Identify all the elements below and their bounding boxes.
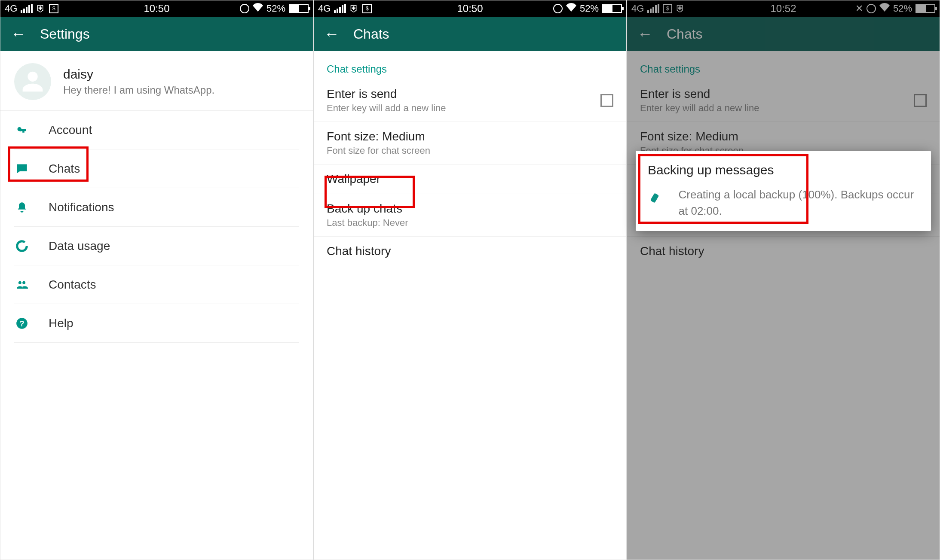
modal-body: Creating a local backup (100%). Backups … [679, 187, 919, 219]
network-label: 4G [318, 3, 331, 14]
chat-icon [14, 163, 30, 175]
menu-label: Data usage [49, 239, 110, 253]
menu-label: Help [49, 317, 73, 330]
bell-icon [14, 201, 30, 213]
three-phone-layout: 4G ⛨ $ 10:50 52% ← Settings daisy [0, 0, 940, 560]
modal-overlay [627, 0, 940, 560]
row-title: Font size: Medium [327, 130, 430, 143]
key-icon [14, 124, 30, 136]
signal-icon [21, 4, 33, 13]
row-font-size[interactable]: Font size: Medium Font size for chat scr… [314, 122, 626, 164]
menu-label: Chats [49, 162, 80, 176]
menu-item-help[interactable]: ? Help [14, 304, 299, 343]
menu-item-account[interactable]: Account [14, 111, 299, 149]
row-desc: Enter key will add a new line [327, 103, 446, 114]
alarm-icon [553, 4, 563, 13]
section-header: Chat settings [314, 51, 626, 79]
status-bar: 4G ⛨ $ 10:50 52% [314, 0, 626, 17]
wifi-icon [253, 3, 263, 14]
back-icon[interactable]: ← [324, 25, 340, 43]
back-icon[interactable]: ← [11, 25, 26, 43]
contacts-icon [14, 279, 30, 291]
network-label: 4G [5, 3, 17, 14]
menu-label: Account [49, 123, 92, 137]
help-icon: ? [14, 317, 30, 329]
card-icon: ⛨ [36, 3, 46, 14]
phone-chats: 4G ⛨ $ 10:50 52% ← Chats Chat settings E… [313, 0, 627, 560]
card-icon: ⛨ [349, 3, 359, 14]
row-desc: Last backup: Never [327, 217, 408, 228]
status-time: 10:50 [144, 3, 169, 15]
battery-pct: 52% [266, 3, 285, 14]
menu-item-contacts[interactable]: Contacts [14, 265, 299, 304]
data-usage-icon [14, 240, 30, 253]
modal-title: Backing up messages [648, 163, 919, 177]
menu-label: Contacts [49, 278, 96, 292]
status-time: 10:50 [457, 3, 483, 15]
row-enter-is-send[interactable]: Enter is send Enter key will add a new l… [314, 79, 626, 122]
profile-name: daisy [63, 67, 214, 82]
status-bar: 4G ⛨ $ 10:50 52% [0, 0, 313, 17]
spinner-icon [648, 187, 664, 206]
page-title: Chats [353, 26, 389, 42]
row-title: Enter is send [327, 87, 446, 101]
row-backup-chats[interactable]: Back up chats Last backup: Never [314, 194, 626, 237]
battery-icon [602, 4, 622, 13]
profile-status: Hey there! I am using WhatsApp. [63, 84, 214, 96]
row-title: Back up chats [327, 202, 408, 216]
profile-row[interactable]: daisy Hey there! I am using WhatsApp. [0, 51, 313, 111]
phone-settings: 4G ⛨ $ 10:50 52% ← Settings daisy [0, 0, 313, 560]
menu-item-notifications[interactable]: Notifications [14, 188, 299, 227]
svg-text:?: ? [19, 319, 24, 328]
row-wallpaper[interactable]: Wallpaper [314, 164, 626, 194]
menu-label: Notifications [49, 201, 114, 214]
row-title: Chat history [327, 244, 391, 258]
page-title: Settings [40, 26, 90, 42]
wifi-icon [566, 3, 576, 14]
settings-menu: Account Chats Notifications Data usage C… [0, 111, 313, 343]
row-chat-history[interactable]: Chat history [314, 237, 626, 266]
row-title: Wallpaper [327, 172, 380, 186]
row-desc: Font size for chat screen [327, 145, 430, 156]
battery-icon [289, 4, 309, 13]
dollar-icon: $ [49, 4, 58, 13]
battery-pct: 52% [580, 3, 599, 14]
avatar-icon [14, 63, 51, 100]
app-bar: ← Settings [0, 17, 313, 51]
app-bar: ← Chats [314, 17, 626, 51]
checkbox-unchecked[interactable] [600, 94, 613, 107]
signal-icon [334, 4, 346, 13]
dollar-icon: $ [362, 4, 372, 13]
alarm-icon [240, 4, 249, 13]
menu-item-data-usage[interactable]: Data usage [14, 227, 299, 265]
menu-item-chats[interactable]: Chats [14, 149, 299, 188]
phone-backup-modal: 4G $ ⛨ 10:52 ✕ 52% ← Chats Chat settings… [627, 0, 940, 560]
backup-modal: Backing up messages Creating a local bac… [636, 151, 931, 231]
svg-point-0 [17, 241, 27, 251]
